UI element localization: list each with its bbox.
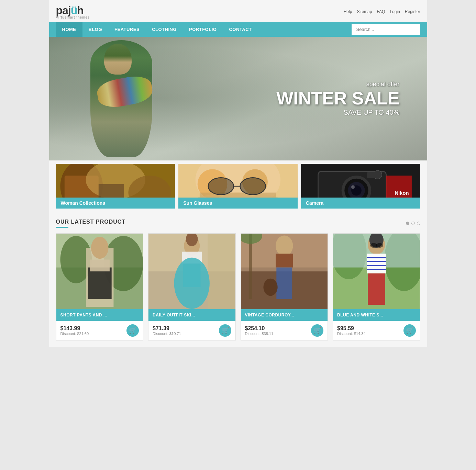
- carousel-dot-2[interactable]: [411, 222, 415, 225]
- product-title-3: VINTAGE CORDUROY...: [241, 309, 328, 321]
- svg-rect-49: [276, 254, 293, 267]
- nav-item-home[interactable]: HOME: [56, 22, 82, 37]
- register-link[interactable]: Register: [405, 9, 420, 14]
- product-price-2: $71.39: [153, 325, 181, 332]
- product-title-1: SHORT PANTS AND ...: [56, 309, 143, 321]
- svg-point-13: [240, 178, 266, 195]
- product-image-3: [241, 234, 328, 309]
- product-discount-4: Discount: $14.34: [337, 332, 366, 336]
- svg-rect-42: [183, 264, 201, 287]
- category-tiles: Woman Collections Sun Glasses: [49, 160, 427, 212]
- svg-point-22: [351, 186, 355, 189]
- add-to-cart-1[interactable]: 🛒: [126, 324, 139, 337]
- product-card-3: VINTAGE CORDUROY... $254.10 Discount: $3…: [241, 233, 328, 340]
- nav-bar: HOME BLOG FEATURES CLOTHING PORTFOLIO CO…: [49, 22, 427, 37]
- add-to-cart-4[interactable]: 🛒: [403, 324, 416, 337]
- hero-banner: special offer WINTER SALE SAVE UP TO 40%: [49, 37, 427, 160]
- page-wrapper: pajüh Virtuemart themes Help Sitemap FAQ…: [49, 0, 427, 347]
- svg-rect-33: [88, 268, 111, 299]
- nav-item-contact[interactable]: CONTACT: [223, 22, 258, 37]
- svg-rect-34: [90, 260, 109, 271]
- svg-text:Nikon: Nikon: [395, 190, 409, 196]
- latest-products-section: OUR LATEST PRODUCT: [49, 212, 427, 347]
- svg-point-51: [263, 279, 277, 296]
- section-header: OUR LATEST PRODUCT: [56, 219, 420, 228]
- nav-items: HOME BLOG FEATURES CLOTHING PORTFOLIO CO…: [56, 22, 258, 37]
- search-box: [352, 24, 420, 35]
- product-card-4: BLUE AND WHITE S... $95.59 Discount: $14…: [333, 233, 420, 340]
- product-card-1: SHORT PANTS AND ... $143.99 Discount: $2…: [56, 233, 144, 340]
- nav-item-clothing[interactable]: CLOTHING: [146, 22, 183, 37]
- product-price-area-1: $143.99 Discount: $21.60: [60, 325, 89, 336]
- svg-rect-50: [276, 268, 292, 299]
- svg-point-48: [276, 236, 293, 256]
- product-price-4: $95.59: [337, 325, 366, 332]
- hero-title: WINTER SALE: [276, 89, 399, 107]
- search-input[interactable]: [352, 24, 420, 35]
- carousel-dot-3[interactable]: [417, 222, 420, 225]
- product-card-2: DAILY OUTFIT SKI... $71.39 Discount: $10…: [148, 233, 236, 340]
- add-to-cart-3[interactable]: 🛒: [311, 324, 323, 337]
- product-discount-2: Discount: $10.71: [153, 332, 181, 336]
- products-grid: SHORT PANTS AND ... $143.99 Discount: $2…: [56, 233, 420, 340]
- tile-label-camera: Camera: [301, 198, 420, 209]
- product-title-2: DAILY OUTFIT SKI...: [148, 309, 235, 321]
- section-title: OUR LATEST PRODUCT: [56, 219, 126, 228]
- svg-rect-65: [368, 273, 385, 305]
- product-info-3: $254.10 Discount: $38.11 🛒: [241, 321, 328, 340]
- hero-description: SAVE UP TO 40%: [276, 109, 399, 116]
- product-image-1: [56, 234, 143, 309]
- top-bar: pajüh Virtuemart themes Help Sitemap FAQ…: [49, 0, 427, 22]
- nav-item-portfolio[interactable]: PORTFOLIO: [183, 22, 223, 37]
- svg-point-32: [91, 237, 109, 259]
- product-price-area-3: $254.10 Discount: $38.11: [245, 325, 274, 336]
- category-tile-women[interactable]: Woman Collections: [56, 164, 175, 209]
- product-image-4: [333, 234, 420, 309]
- login-link[interactable]: Login: [390, 9, 400, 14]
- hero-subtitle: special offer: [276, 81, 399, 88]
- carousel-dot-1[interactable]: [406, 222, 409, 225]
- category-tile-sunglasses[interactable]: Sun Glasses: [178, 164, 298, 209]
- category-tile-camera[interactable]: Nikon Camera: [301, 164, 420, 209]
- product-price-area-4: $95.59 Discount: $14.34: [337, 325, 366, 336]
- help-link[interactable]: Help: [344, 9, 352, 14]
- product-price-3: $254.10: [245, 325, 274, 332]
- product-discount-1: Discount: $21.60: [60, 332, 89, 336]
- svg-point-59: [376, 243, 383, 248]
- tile-label-women: Woman Collections: [56, 198, 175, 209]
- svg-point-12: [208, 178, 234, 195]
- sitemap-link[interactable]: Sitemap: [357, 9, 372, 14]
- tile-label-sunglasses: Sun Glasses: [178, 198, 298, 209]
- svg-rect-60: [367, 254, 386, 273]
- product-image-2: [148, 234, 235, 309]
- product-info-1: $143.99 Discount: $21.60 🛒: [56, 321, 143, 340]
- svg-rect-24: [367, 172, 376, 178]
- product-price-area-2: $71.39 Discount: $10.71: [153, 325, 181, 336]
- carousel-dots: [406, 222, 420, 225]
- product-discount-3: Discount: $38.11: [245, 332, 274, 336]
- product-price-1: $143.99: [60, 325, 89, 332]
- faq-link[interactable]: FAQ: [377, 9, 385, 14]
- logo-area: pajüh Virtuemart themes: [56, 4, 90, 19]
- nav-item-features[interactable]: FEATURES: [108, 22, 146, 37]
- nav-item-blog[interactable]: BLOG: [82, 22, 109, 37]
- hero-figure-area: [70, 37, 200, 160]
- add-to-cart-2[interactable]: 🛒: [219, 324, 231, 337]
- product-info-2: $71.39 Discount: $10.71 🛒: [148, 321, 235, 340]
- svg-rect-37: [208, 234, 235, 309]
- product-info-4: $95.59 Discount: $14.34 🛒: [333, 321, 420, 340]
- top-links: Help Sitemap FAQ Login Register: [344, 9, 420, 14]
- logo[interactable]: pajüh: [56, 4, 90, 17]
- logo-subtitle: Virtuemart themes: [56, 15, 90, 19]
- hero-text: special offer WINTER SALE SAVE UP TO 40%: [276, 81, 399, 116]
- product-title-4: BLUE AND WHITE S...: [333, 309, 420, 321]
